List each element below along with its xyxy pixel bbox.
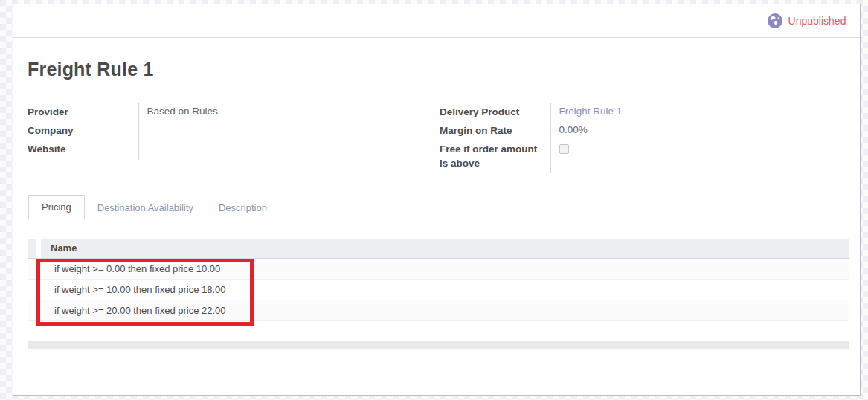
name-column-header[interactable]: Name xyxy=(41,239,849,258)
form-window: Unpublished Freight Rule 1 Provider Base… xyxy=(13,4,861,396)
header-gap xyxy=(36,239,41,258)
page-title: Freight Rule 1 xyxy=(28,59,154,80)
free-if-above-cell xyxy=(550,141,767,172)
field-row-website: Website xyxy=(28,141,414,159)
company-value[interactable] xyxy=(138,122,414,141)
table-footer-bar xyxy=(28,341,849,349)
table-row[interactable]: if weight >= 0.00 then fixed price 10.00 xyxy=(28,259,849,280)
table-row[interactable]: if weight >= 20.00 then fixed price 22.0… xyxy=(28,300,849,321)
provider-label: Provider xyxy=(28,103,138,122)
website-value[interactable] xyxy=(138,141,414,159)
table-header-row: Name xyxy=(28,239,849,259)
company-label: Company xyxy=(28,122,138,141)
field-row-delivery-product: Delivery Product Freight Rule 1 xyxy=(440,103,767,122)
pricing-rules-table: Name if weight >= 0.00 then fixed price … xyxy=(28,239,849,321)
free-if-above-checkbox[interactable] xyxy=(559,144,569,154)
provider-value[interactable]: Based on Rules xyxy=(138,103,414,122)
field-row-margin-on-rate: Margin on Rate 0.00% xyxy=(440,122,767,141)
delivery-product-label: Delivery Product xyxy=(440,103,550,122)
website-label: Website xyxy=(28,141,138,159)
globe-icon xyxy=(768,13,782,28)
field-row-company: Company xyxy=(28,122,414,141)
status-badge: Unpublished xyxy=(788,15,846,27)
field-group-right: Delivery Product Freight Rule 1 Margin o… xyxy=(440,103,767,173)
tab-description[interactable]: Description xyxy=(206,196,280,219)
notebook-tabbar: Pricing Destination Availability Descrip… xyxy=(28,196,849,219)
field-row-free-if-above: Free if order amount is above xyxy=(440,141,767,172)
delivery-product-link[interactable]: Freight Rule 1 xyxy=(550,103,767,122)
publish-status-toggle[interactable]: Unpublished xyxy=(753,4,860,37)
table-body: if weight >= 0.00 then fixed price 10.00… xyxy=(28,259,849,321)
table-row[interactable]: if weight >= 10.00 then fixed price 18.0… xyxy=(28,280,849,300)
margin-on-rate-value[interactable]: 0.00% xyxy=(550,122,767,141)
tab-destination-availability[interactable]: Destination Availability xyxy=(85,196,206,219)
top-bar: Unpublished xyxy=(13,4,860,38)
field-group-left: Provider Based on Rules Company Website xyxy=(28,103,414,160)
free-if-above-label: Free if order amount is above xyxy=(440,141,550,172)
field-row-provider: Provider Based on Rules xyxy=(28,103,414,122)
tab-pricing[interactable]: Pricing xyxy=(28,195,85,219)
margin-on-rate-label: Margin on Rate xyxy=(440,122,550,141)
selector-column-header[interactable] xyxy=(28,239,36,258)
